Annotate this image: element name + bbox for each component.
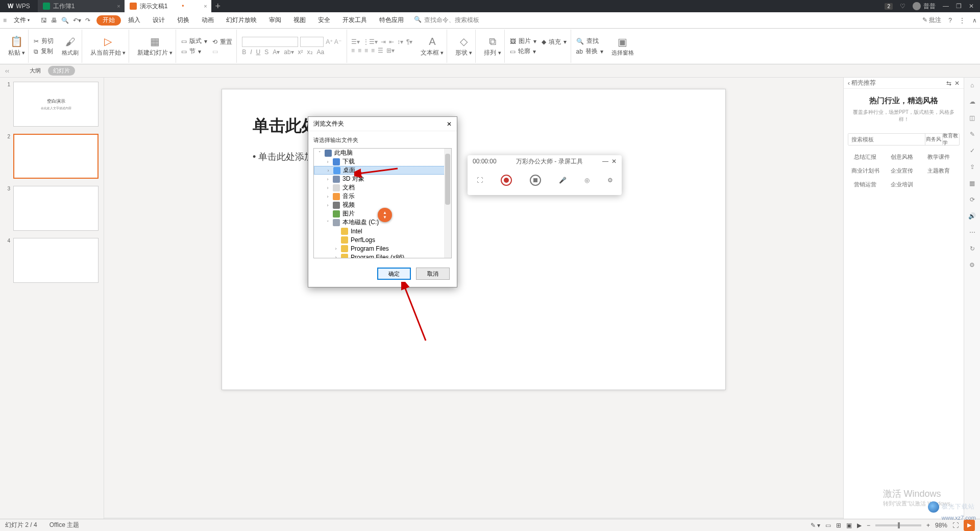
tab-workbook[interactable]: 工作簿1×: [38, 0, 125, 12]
notes-toggle[interactable]: ✎ ▾: [811, 522, 820, 529]
menu-transition[interactable]: 切换: [172, 12, 194, 29]
shapes-button[interactable]: ◇形状 ▾: [452, 30, 476, 63]
record-button[interactable]: [501, 175, 512, 186]
panel-close-icon[interactable]: ✕: [954, 80, 960, 87]
menu-developer[interactable]: 开发工具: [337, 12, 372, 29]
search-tab-education[interactable]: 教育教学: [942, 134, 960, 145]
menu-review[interactable]: 审阅: [264, 12, 286, 29]
settings-icon[interactable]: ⚙: [969, 261, 975, 269]
slides-tab[interactable]: 幻灯片: [48, 66, 75, 76]
collapse-ribbon-icon[interactable]: ∧: [972, 17, 977, 24]
close-tab-icon[interactable]: ×: [117, 3, 120, 9]
properties-icon[interactable]: ▦: [969, 180, 975, 187]
template-search[interactable]: 商务风 教育教学: [848, 133, 960, 146]
tag[interactable]: 企业培训: [886, 179, 918, 190]
tag[interactable]: 总结汇报: [849, 152, 881, 162]
menu-start[interactable]: 开始: [96, 15, 121, 26]
save-icon[interactable]: 🖫: [41, 17, 47, 24]
slideshow-view-icon[interactable]: ▶: [857, 522, 862, 529]
screen-recorder-window[interactable]: 00:00:00 万彩办公大师 - 录屏工具 ― ✕ ⛶ 🎤 ◎ ⚙: [468, 155, 622, 195]
from-current-button[interactable]: ▷从当前开始 ▾: [87, 30, 129, 63]
normal-view-icon[interactable]: ▭: [825, 522, 831, 529]
zoom-out[interactable]: −: [867, 522, 870, 529]
menu-special[interactable]: 特色应用: [374, 12, 409, 29]
fit-icon[interactable]: ⛶: [952, 522, 959, 529]
reading-view-icon[interactable]: ▣: [846, 522, 852, 529]
copy-button[interactable]: ⧉ 复制: [34, 47, 54, 56]
tag[interactable]: 企业宣传: [886, 165, 918, 176]
sorter-view-icon[interactable]: ⊞: [836, 522, 841, 529]
recorder-settings-icon[interactable]: ⚙: [607, 177, 613, 184]
find-button[interactable]: 🔍 查找: [576, 37, 603, 45]
dialog-close-icon[interactable]: ✕: [447, 120, 452, 128]
undo-icon[interactable]: ↶▾: [73, 17, 81, 24]
add-tab-button[interactable]: +: [211, 1, 225, 12]
reset-button[interactable]: ⟲ 重置: [212, 38, 232, 46]
menu-view[interactable]: 视图: [288, 12, 311, 29]
section-button[interactable]: ▭ 节 ▾: [181, 47, 207, 56]
menu-security[interactable]: 安全: [313, 12, 335, 29]
paste-group[interactable]: 📋粘贴 ▾: [5, 30, 29, 63]
thumbnail-1[interactable]: 1空白演示在此处入文字描述内容: [5, 82, 99, 127]
template-icon[interactable]: ◫: [969, 114, 975, 122]
template-search-input[interactable]: [848, 134, 925, 145]
thumbnail-2[interactable]: 2: [5, 134, 99, 179]
menu-design[interactable]: 设计: [148, 12, 170, 29]
tag[interactable]: 商业计划书: [849, 165, 881, 176]
maximize-icon[interactable]: ❐: [956, 3, 962, 10]
bullets-button[interactable]: ☰▾: [351, 38, 360, 45]
strike-button[interactable]: S: [264, 49, 268, 56]
cancel-button[interactable]: 取消: [416, 268, 450, 280]
history-icon[interactable]: ↻: [970, 245, 975, 252]
outline-tab[interactable]: 大纲: [30, 67, 41, 75]
tag[interactable]: 主题教育: [922, 165, 955, 176]
font-family-select[interactable]: [242, 37, 298, 47]
minimize-icon[interactable]: ―: [943, 3, 949, 10]
app-menu-icon[interactable]: ≡: [3, 17, 7, 24]
play-button[interactable]: ▶: [964, 520, 975, 531]
align-left[interactable]: ≡: [351, 47, 355, 54]
share-icon[interactable]: ⇪: [970, 163, 975, 171]
comment-icon[interactable]: ✎: [970, 131, 975, 138]
recorder-minimize-icon[interactable]: ―: [602, 158, 608, 165]
font-size-select[interactable]: [300, 37, 324, 47]
menu-slideshow[interactable]: 幻灯片放映: [221, 12, 262, 29]
replace-button[interactable]: ab 替换 ▾: [576, 47, 603, 56]
close-window-icon[interactable]: ✕: [969, 3, 974, 10]
bold-button[interactable]: B: [242, 49, 246, 56]
slide[interactable]: 单击此处添加标题 单击此处添加文本: [222, 89, 726, 390]
recorder-close-icon[interactable]: ✕: [611, 158, 617, 165]
zoom-in[interactable]: +: [926, 522, 930, 529]
textbox-button[interactable]: A文本框 ▾: [418, 30, 447, 63]
tag[interactable]: 创意风格: [886, 152, 918, 162]
close-tab-icon[interactable]: ×: [204, 3, 207, 9]
cut-button[interactable]: ✂ 剪切: [34, 37, 54, 45]
outline-button[interactable]: ▭ 轮廓 ▾: [510, 47, 536, 56]
underline-button[interactable]: U: [256, 49, 261, 56]
preview-icon[interactable]: 🔍: [61, 17, 69, 24]
menu-insert[interactable]: 插入: [123, 12, 145, 29]
user-account[interactable]: 普普: [913, 2, 936, 11]
sync-icon[interactable]: ⟳: [970, 196, 975, 203]
highlight-button[interactable]: ab▾: [284, 49, 293, 56]
webcam-icon[interactable]: ◎: [584, 177, 590, 184]
search-tab-business[interactable]: 商务风: [925, 134, 942, 145]
folder-tree[interactable]: ˅此电脑 ›下载 ›桌面 ›3D 对象 ›文档 ›音乐 ›视频 图片 ˅本地磁盘…: [313, 148, 452, 258]
ok-button[interactable]: 确定: [377, 268, 411, 280]
select-pane-button[interactable]: ▣选择窗格: [608, 30, 637, 63]
stop-button[interactable]: [530, 175, 541, 186]
region-select-icon[interactable]: ⛶: [477, 177, 483, 184]
italic-button[interactable]: I: [250, 49, 252, 56]
notification-badge[interactable]: 2: [885, 3, 893, 10]
new-slide-button[interactable]: ▦新建幻灯片 ▾: [134, 30, 176, 63]
zoom-level[interactable]: 98%: [935, 522, 947, 529]
mic-icon[interactable]: 🎤: [559, 177, 567, 184]
format-painter[interactable]: 🖌格式刷: [59, 30, 82, 63]
thumbnail-4[interactable]: 4: [5, 238, 99, 283]
redo-icon[interactable]: ↷: [85, 17, 90, 24]
menu-animation[interactable]: 动画: [197, 12, 219, 29]
cloud-icon[interactable]: ☁: [969, 98, 975, 105]
thumbnail-3[interactable]: 3: [5, 186, 99, 231]
print-icon[interactable]: 🖶: [51, 17, 57, 24]
tag[interactable]: 教学课件: [922, 152, 955, 162]
